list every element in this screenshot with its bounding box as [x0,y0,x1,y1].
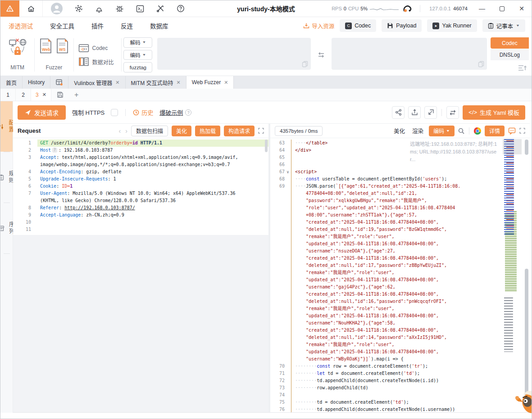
swap-io-button[interactable] [311,37,332,72]
code-line: "role":"user","updated_at":"2025-04-11T1… [270,204,503,212]
yak-runner-icon: ▸ [432,23,439,29]
fold-arrow-icon[interactable]: ∨ [285,168,291,176]
next-request-icon[interactable]: › [125,127,127,135]
yak-logo-icon[interactable] [402,4,413,13]
terminal-icon[interactable] [136,5,144,13]
copy-icon[interactable] [478,61,484,68]
beautify-button[interactable]: 美化 [172,126,191,136]
tab-home[interactable]: 首页 [0,76,23,89]
decode-dropdown[interactable]: 解码▼ [123,37,152,48]
alert-mode-button[interactable] [0,0,19,17]
notifications-bell-icon[interactable] [95,5,103,13]
search-icon[interactable] [458,128,464,134]
response-beautify-button[interactable]: 美化 [392,126,407,135]
history-button[interactable]: 历史 [133,108,153,117]
blast-example-link[interactable]: 爆破示例 [159,108,183,117]
menu-sectools[interactable]: 安全工具 [50,21,74,30]
switch-view-button[interactable] [446,106,459,119]
menu-plugins[interactable]: 插件 [91,21,104,30]
subtab-3[interactable]: 3✕ [31,89,51,101]
tab-vulinbox[interactable]: Vulinbox 管理器✕ [68,76,125,89]
fuzztag-button[interactable]: fuzztag [123,62,152,72]
close-button[interactable]: ✕ [512,0,532,17]
help-circle-icon[interactable]: ? [185,109,191,116]
close-icon[interactable]: ✕ [42,92,46,98]
help-icon[interactable] [177,5,185,13]
close-icon[interactable]: ✕ [224,80,228,86]
tab-group-icon-button[interactable] [50,76,68,89]
export-button[interactable] [408,106,421,119]
request-scrollbar-thumb[interactable] [265,140,268,152]
avatar[interactable] [51,3,63,14]
side-tab-sequence[interactable]: 序列 [0,203,13,253]
prev-request-icon[interactable]: ‹ [119,127,121,135]
force-https-checkbox[interactable] [111,109,118,116]
tab-history[interactable]: History [23,76,50,89]
codec-button[interactable]: C Codec [340,19,376,32]
save-subtab-button[interactable] [51,89,69,101]
minimize-button[interactable]: — [472,0,492,17]
menu-pentest[interactable]: 渗透测试 [9,21,33,30]
tab-web-fuzzer[interactable]: Web Fuzzer✕ [186,76,234,89]
encode-dropdown[interactable]: 编码▼ [123,50,152,60]
construct-request-button[interactable]: 构造请求 [224,126,255,136]
share-button[interactable] [392,106,405,119]
import-button[interactable] [424,106,437,119]
minimap[interactable] [503,138,523,412]
settings-gear-icon[interactable] [75,5,83,13]
tab-mitm[interactable]: MITM 交互式劫持✕ [126,76,186,89]
payload-button[interactable]: Payload [382,19,422,32]
maximize-button[interactable] [492,0,512,17]
tools-icon[interactable] [156,5,164,13]
menu-reverse[interactable]: 反连 [121,21,133,30]
detail-button[interactable]: 详情 [485,126,505,136]
add-subtab-button[interactable]: + [69,89,84,101]
close-icon[interactable]: ✕ [177,80,181,86]
side-tab-config[interactable]: 配置 [0,101,13,152]
comment-icon[interactable] [508,127,516,135]
subtab-2[interactable]: 2 [16,89,31,101]
import-resources-link[interactable]: 导入资源 [303,22,334,30]
collapse-panel-icon[interactable] [518,64,527,72]
fuzztag-helper-badge[interactable]: ? [52,148,57,153]
send-request-button[interactable]: 发送请求 [18,105,66,120]
copy-icon[interactable] [302,61,308,68]
response-editor[interactable]: 63····</table>64</div>656667∨<script>68·… [270,138,503,412]
web-fuzzer-icon[interactable]: Web [40,38,52,54]
home-button[interactable] [19,0,43,17]
side-tab-rules[interactable]: 规则 [0,152,13,203]
dnslog-side-tab[interactable]: DNSLog [491,49,529,60]
bug-report-icon[interactable] [115,5,124,13]
hot-reload-button[interactable]: 热加载 [195,126,220,136]
codec-tool[interactable]: C Codec [78,44,121,53]
fuzzer-tool[interactable]: Web WS Fuzzer [35,37,73,72]
generate-yaml-button[interactable]: </> 生成 Yaml 模板 [463,105,525,120]
request-editor[interactable]: 1GET /user/limit/4/orderby?orderby=id HT… [13,138,268,412]
fold-gutter [31,212,37,219]
response-scrollbar[interactable] [523,138,530,412]
subtab-1[interactable]: 1 [0,89,16,101]
response-encode-dropdown[interactable]: 编码▼ [429,126,455,136]
notepad-button[interactable]: 记事本 ▼ [482,19,525,32]
fold-gutter [285,240,291,248]
response-render-button[interactable]: 渲染 [410,126,425,135]
close-icon[interactable]: ✕ [115,80,119,86]
codec-side-tab[interactable]: Codec [491,37,529,49]
data-compare-tool[interactable]: 数据对比 [78,57,121,66]
codec-output-area[interactable] [332,38,487,70]
code-text: "remake":"我是用户","role":"user", [291,341,503,348]
editor-scrollbar-thumb[interactable] [525,140,528,155]
minimap-slider[interactable] [503,139,522,154]
code-text: Accept: text/html,application/xhtml+xml,… [37,154,268,161]
page-scrollbar-thumb[interactable] [525,269,528,409]
yak-runner-button[interactable]: ▸ Yak Runner [427,19,477,32]
menu-database[interactable]: 数据库 [150,21,168,30]
ws-fuzzer-icon[interactable]: WS [56,38,68,54]
codec-input-area[interactable] [157,38,311,70]
fullscreen-icon[interactable] [519,128,525,134]
fold-gutter [285,348,291,356]
packet-scan-button[interactable]: 数据包扫描 [131,126,168,136]
chrome-browser-icon[interactable] [474,127,481,135]
mitm-tool[interactable]: MITM [0,37,34,72]
fullscreen-icon[interactable] [258,128,264,134]
